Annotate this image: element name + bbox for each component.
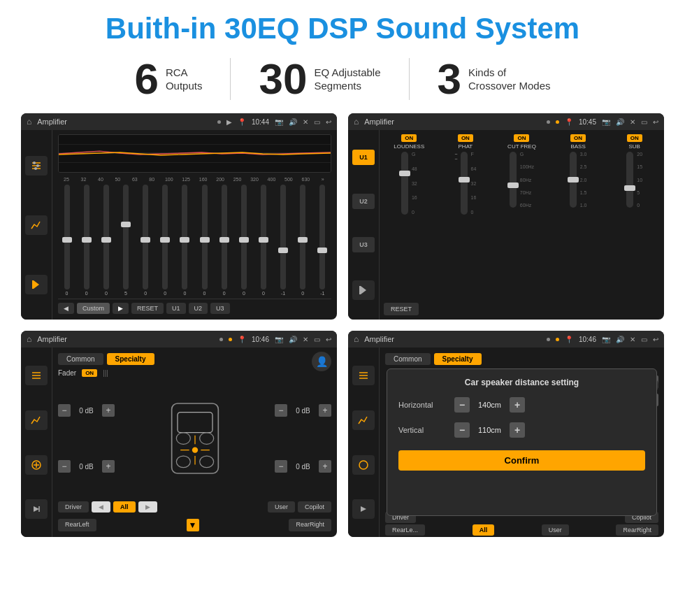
copilot-button[interactable]: Copilot bbox=[298, 501, 331, 513]
sub-slider[interactable] bbox=[626, 152, 633, 208]
loudness-slider[interactable] bbox=[401, 152, 408, 215]
camera-icon[interactable]: 📷 bbox=[275, 118, 283, 126]
back-icon-3[interactable]: ↩ bbox=[326, 336, 331, 343]
camera-icon-2[interactable]: 📷 bbox=[602, 118, 610, 126]
eq-slider-4[interactable]: 0 bbox=[137, 185, 154, 296]
eq-slider-1[interactable]: 0 bbox=[78, 185, 95, 296]
eq-slider-13[interactable]: -1 bbox=[314, 185, 331, 296]
close-icon-4[interactable]: ✕ bbox=[630, 336, 635, 343]
phat-on[interactable]: ON bbox=[458, 134, 473, 142]
eq-slider-8[interactable]: 0 bbox=[215, 185, 233, 296]
vertical-minus[interactable]: − bbox=[454, 422, 470, 438]
eq-slider-0[interactable]: 0 bbox=[58, 185, 75, 296]
u2-button[interactable]: U2 bbox=[189, 303, 208, 314]
home-icon-2[interactable]: ⌂ bbox=[354, 117, 359, 127]
eq-side-btn-2[interactable] bbox=[25, 215, 48, 235]
phat-slider[interactable] bbox=[461, 152, 468, 215]
all-button[interactable]: All bbox=[113, 501, 136, 513]
camera-icon-3[interactable]: 📷 bbox=[275, 336, 283, 343]
eq-slider-10[interactable]: 0 bbox=[254, 185, 272, 296]
cutfreq-on[interactable]: ON bbox=[514, 134, 529, 142]
dialog-side-1[interactable] bbox=[352, 366, 375, 385]
eq-slider-11[interactable]: -1 bbox=[275, 185, 292, 296]
speaker3-plus[interactable]: + bbox=[319, 404, 331, 417]
chevron-left-icon[interactable]: ◀ bbox=[92, 501, 110, 513]
chevron-right-icon[interactable]: ▶ bbox=[138, 501, 157, 513]
dialog-specialty-tab[interactable]: Specialty bbox=[434, 353, 482, 365]
camera-icon-4[interactable]: 📷 bbox=[602, 336, 610, 343]
speaker2-plus[interactable]: + bbox=[102, 460, 115, 473]
dialog-all-button[interactable]: All bbox=[473, 524, 495, 536]
speaker4-minus[interactable]: − bbox=[275, 460, 287, 473]
u3-preset[interactable]: U3 bbox=[352, 237, 375, 252]
minimize-icon-3[interactable]: ▭ bbox=[314, 336, 320, 343]
home-icon[interactable]: ⌂ bbox=[27, 117, 31, 127]
u1-preset[interactable]: U1 bbox=[352, 150, 375, 165]
volume-icon-2[interactable]: 🔊 bbox=[616, 118, 624, 126]
play-icon[interactable]: ▶ bbox=[226, 118, 232, 126]
volume-icon-3[interactable]: 🔊 bbox=[289, 336, 297, 343]
play-button[interactable]: ▶ bbox=[113, 303, 129, 314]
cross-side-1[interactable] bbox=[25, 366, 48, 385]
dialog-rearleft-button[interactable]: RearLe... bbox=[385, 524, 425, 536]
u1-button[interactable]: U1 bbox=[166, 303, 186, 314]
speaker2-minus[interactable]: − bbox=[58, 460, 71, 473]
common-tab[interactable]: Common bbox=[58, 353, 103, 365]
dialog-rearright-button[interactable]: RearRight bbox=[616, 524, 658, 536]
rearleft-button[interactable]: RearLeft bbox=[58, 519, 96, 531]
back-icon-4[interactable]: ↩ bbox=[653, 336, 658, 343]
cross-side-2[interactable] bbox=[25, 410, 48, 430]
dialog-user-button[interactable]: User bbox=[542, 524, 569, 536]
sub-on[interactable]: ON bbox=[627, 134, 642, 142]
dialog-common-tab[interactable]: Common bbox=[385, 353, 431, 365]
rearright-button[interactable]: RearRight bbox=[289, 519, 331, 531]
volume-icon-4[interactable]: 🔊 bbox=[616, 336, 624, 343]
eq-slider-12[interactable]: 0 bbox=[294, 185, 312, 296]
eq-slider-3[interactable]: 5 bbox=[117, 185, 134, 296]
amp-reset-button[interactable]: RESET bbox=[384, 303, 419, 315]
vertical-plus[interactable]: + bbox=[510, 422, 525, 438]
user-button[interactable]: User bbox=[268, 501, 295, 513]
bass-slider[interactable] bbox=[570, 152, 577, 208]
volume-icon[interactable]: 🔊 bbox=[289, 118, 297, 126]
dialog-side-3[interactable] bbox=[352, 455, 375, 475]
close-icon-3[interactable]: ✕ bbox=[303, 336, 308, 343]
cutfreq-slider[interactable] bbox=[510, 152, 517, 208]
bass-on[interactable]: ON bbox=[570, 134, 586, 142]
specialty-tab[interactable]: Specialty bbox=[107, 353, 154, 365]
back-icon[interactable]: ↩ bbox=[326, 118, 331, 126]
close-icon-2[interactable]: ✕ bbox=[630, 118, 635, 126]
minimize-icon[interactable]: ▭ bbox=[314, 118, 320, 126]
minimize-icon-4[interactable]: ▭ bbox=[641, 336, 647, 343]
cross-side-4[interactable] bbox=[25, 499, 48, 519]
eq-slider-7[interactable]: 0 bbox=[196, 185, 213, 296]
fader-on-badge[interactable]: ON bbox=[82, 369, 97, 377]
driver-button[interactable]: Driver bbox=[58, 501, 89, 513]
close-icon[interactable]: ✕ bbox=[303, 118, 308, 126]
user-avatar[interactable]: 👤 bbox=[312, 352, 331, 371]
amp-side-btn[interactable] bbox=[352, 280, 375, 300]
eq-slider-5[interactable]: 0 bbox=[157, 185, 174, 296]
eq-slider-9[interactable]: 0 bbox=[235, 185, 252, 296]
down-arrow-icon[interactable]: ▼ bbox=[187, 519, 199, 531]
dialog-side-4[interactable] bbox=[352, 499, 375, 519]
eq-slider-6[interactable]: 0 bbox=[176, 185, 194, 296]
cross-side-3[interactable] bbox=[25, 455, 48, 475]
confirm-button[interactable]: Confirm bbox=[398, 450, 645, 471]
minimize-icon-2[interactable]: ▭ bbox=[641, 118, 647, 126]
custom-button[interactable]: Custom bbox=[77, 303, 110, 314]
back-icon-2[interactable]: ↩ bbox=[653, 118, 658, 126]
u3-button[interactable]: U3 bbox=[210, 303, 230, 314]
eq-side-btn-1[interactable] bbox=[25, 156, 48, 176]
speaker1-minus[interactable]: − bbox=[58, 404, 71, 417]
eq-slider-2[interactable]: 0 bbox=[97, 185, 115, 296]
prev-button[interactable]: ◀ bbox=[58, 303, 74, 314]
horizontal-plus[interactable]: + bbox=[510, 397, 525, 413]
u2-preset[interactable]: U2 bbox=[352, 194, 375, 209]
speaker3-minus[interactable]: − bbox=[275, 404, 287, 417]
home-icon-4[interactable]: ⌂ bbox=[354, 334, 359, 344]
reset-button[interactable]: RESET bbox=[131, 303, 164, 314]
dialog-side-2[interactable] bbox=[352, 410, 375, 430]
eq-side-btn-3[interactable] bbox=[25, 275, 48, 294]
home-icon-3[interactable]: ⌂ bbox=[27, 334, 31, 344]
